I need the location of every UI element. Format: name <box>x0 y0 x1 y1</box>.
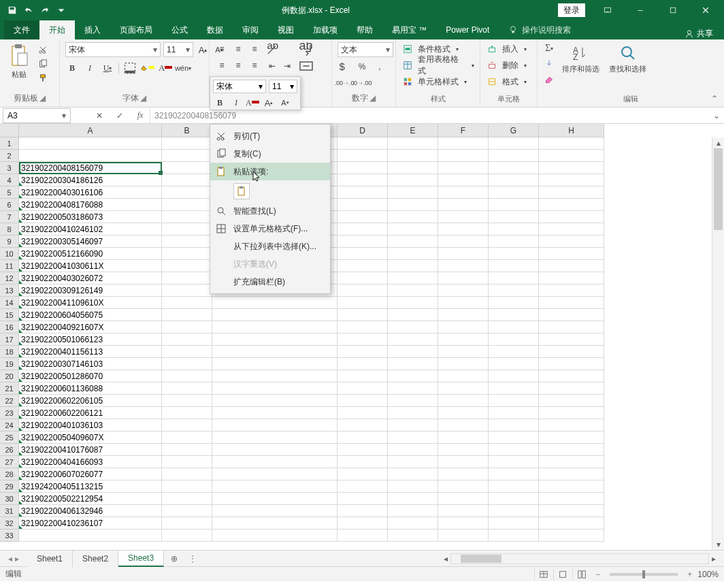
cell[interactable] <box>539 333 604 346</box>
cell[interactable] <box>539 493 604 505</box>
cell[interactable] <box>438 309 489 321</box>
cell[interactable] <box>539 468 604 480</box>
cell[interactable] <box>539 235 604 248</box>
cell[interactable] <box>539 297 604 309</box>
cell[interactable] <box>162 199 212 211</box>
cell[interactable]: 321902200406132946 <box>19 505 162 517</box>
cell[interactable] <box>212 480 338 493</box>
cell[interactable]: 32190220041109610X <box>19 297 162 309</box>
cell[interactable] <box>162 358 212 370</box>
dialog-launcher-icon[interactable]: ◢ <box>369 93 376 103</box>
number-format-combo[interactable]: 文本▾ <box>338 42 393 57</box>
row-header[interactable]: 24 <box>0 419 19 431</box>
cell[interactable] <box>489 407 539 419</box>
cell[interactable] <box>539 419 604 431</box>
cell[interactable] <box>438 260 489 272</box>
share-button[interactable]: 共享 <box>678 28 720 39</box>
cell[interactable] <box>338 223 388 235</box>
cell[interactable] <box>539 199 604 211</box>
cell[interactable] <box>388 480 438 493</box>
cell[interactable] <box>539 309 604 321</box>
cell[interactable] <box>338 529 388 542</box>
cell[interactable] <box>489 529 539 542</box>
cell[interactable] <box>388 493 438 505</box>
col-header[interactable]: A <box>19 124 162 137</box>
cell[interactable] <box>338 186 388 199</box>
cell[interactable] <box>539 150 604 162</box>
cell[interactable] <box>162 529 212 542</box>
tab-home[interactable]: 开始 <box>39 20 75 39</box>
cell[interactable] <box>388 297 438 309</box>
cell[interactable] <box>338 297 388 309</box>
cell[interactable] <box>338 174 388 186</box>
cell[interactable]: 321902200309126149 <box>19 284 162 297</box>
cell[interactable] <box>438 529 489 542</box>
find-select-button[interactable]: 查找和选择 <box>606 42 649 76</box>
normal-view-icon[interactable] <box>534 568 552 581</box>
row-header[interactable]: 16 <box>0 321 19 333</box>
mini-bold[interactable]: B <box>213 96 227 110</box>
cell[interactable] <box>438 444 489 456</box>
cell[interactable] <box>162 407 212 419</box>
cell[interactable] <box>489 370 539 382</box>
cell[interactable] <box>338 333 388 346</box>
row-header[interactable]: 5 <box>0 186 19 199</box>
tab-addins[interactable]: 加载项 <box>303 20 347 39</box>
cell[interactable] <box>388 309 438 321</box>
cell[interactable] <box>388 174 438 186</box>
tab-powerpivot[interactable]: Power Pivot <box>436 20 499 39</box>
cell[interactable] <box>388 358 438 370</box>
cell[interactable] <box>388 223 438 235</box>
cell[interactable] <box>162 137 212 150</box>
minimize-button[interactable] <box>625 0 656 20</box>
cell[interactable] <box>438 517 489 529</box>
cell[interactable] <box>438 382 489 395</box>
decrease-decimal-icon[interactable]: .0→.00 <box>355 76 369 90</box>
cell[interactable] <box>162 382 212 395</box>
row-header[interactable]: 31 <box>0 505 19 517</box>
row-header[interactable]: 3 <box>0 162 19 174</box>
bold-button[interactable]: B <box>65 61 79 75</box>
cell[interactable]: 321902200408176088 <box>19 199 162 211</box>
cell[interactable] <box>338 260 388 272</box>
tab-view[interactable]: 视图 <box>268 20 303 39</box>
cell[interactable] <box>438 321 489 333</box>
cell[interactable] <box>338 284 388 297</box>
cell[interactable] <box>162 493 212 505</box>
cell[interactable]: 321902200403026072 <box>19 272 162 284</box>
cell[interactable] <box>162 162 212 174</box>
undo-icon[interactable] <box>22 3 35 17</box>
cell[interactable] <box>438 211 489 223</box>
row-header[interactable]: 26 <box>0 444 19 456</box>
cell[interactable] <box>489 150 539 162</box>
cell[interactable] <box>162 370 212 382</box>
cell[interactable] <box>162 431 212 444</box>
cell[interactable]: 321902200501286070 <box>19 370 162 382</box>
login-button[interactable]: 登录 <box>558 3 585 17</box>
cell[interactable] <box>539 260 604 272</box>
cell[interactable] <box>338 199 388 211</box>
cell[interactable] <box>489 272 539 284</box>
cell[interactable] <box>212 456 338 468</box>
cell[interactable] <box>539 505 604 517</box>
percent-icon[interactable]: % <box>355 60 369 74</box>
cell[interactable] <box>212 517 338 529</box>
scroll-right-icon[interactable]: ▸ <box>709 554 719 564</box>
col-header[interactable]: G <box>489 124 539 137</box>
cell[interactable] <box>489 517 539 529</box>
cell[interactable]: 321902200408156079 <box>19 162 162 174</box>
ctx-copy[interactable]: 复制(C) <box>210 145 330 163</box>
cell[interactable] <box>438 333 489 346</box>
cell[interactable] <box>338 480 388 493</box>
cell[interactable] <box>438 407 489 419</box>
cell[interactable] <box>162 297 212 309</box>
format-cells-button[interactable]: 格式▾ <box>486 75 527 88</box>
cell[interactable] <box>388 456 438 468</box>
cell[interactable] <box>162 260 212 272</box>
cell[interactable] <box>212 468 338 480</box>
cell[interactable] <box>438 137 489 150</box>
cell[interactable] <box>162 223 212 235</box>
zoom-slider[interactable] <box>610 573 678 576</box>
cell[interactable] <box>338 211 388 223</box>
cell[interactable] <box>539 174 604 186</box>
